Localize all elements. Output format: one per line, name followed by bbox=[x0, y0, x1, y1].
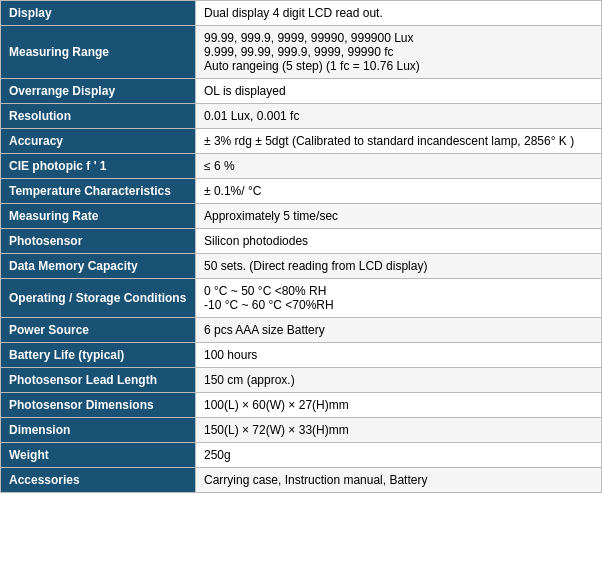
spec-value-1: 99.99, 999.9, 9999, 99990, 999900 Lux9.9… bbox=[196, 26, 602, 79]
spec-label-15: Dimension bbox=[1, 418, 196, 443]
spec-label-14: Photosensor Dimensions bbox=[1, 393, 196, 418]
spec-label-4: Accuracy bbox=[1, 129, 196, 154]
spec-value-10: 0 °C ~ 50 °C <80% RH-10 °C ~ 60 °C <70%R… bbox=[196, 279, 602, 318]
spec-value-12: 100 hours bbox=[196, 343, 602, 368]
spec-value-6: ± 0.1%/ °C bbox=[196, 179, 602, 204]
spec-label-3: Resolution bbox=[1, 104, 196, 129]
spec-value-3: 0.01 Lux, 0.001 fc bbox=[196, 104, 602, 129]
spec-label-7: Measuring Rate bbox=[1, 204, 196, 229]
spec-value-2: OL is displayed bbox=[196, 79, 602, 104]
spec-label-8: Photosensor bbox=[1, 229, 196, 254]
spec-value-16: 250g bbox=[196, 443, 602, 468]
spec-value-17: Carrying case, Instruction manual, Batte… bbox=[196, 468, 602, 493]
spec-value-11: 6 pcs AAA size Battery bbox=[196, 318, 602, 343]
spec-value-8: Silicon photodiodes bbox=[196, 229, 602, 254]
spec-value-5: ≤ 6 % bbox=[196, 154, 602, 179]
spec-label-16: Weight bbox=[1, 443, 196, 468]
spec-label-13: Photosensor Lead Length bbox=[1, 368, 196, 393]
spec-value-7: Approximately 5 time/sec bbox=[196, 204, 602, 229]
spec-value-15: 150(L) × 72(W) × 33(H)mm bbox=[196, 418, 602, 443]
spec-label-10: Operating / Storage Conditions bbox=[1, 279, 196, 318]
spec-value-4: ± 3% rdg ± 5dgt (Calibrated to standard … bbox=[196, 129, 602, 154]
spec-value-9: 50 sets. (Direct reading from LCD displa… bbox=[196, 254, 602, 279]
spec-label-0: Display bbox=[1, 1, 196, 26]
spec-label-1: Measuring Range bbox=[1, 26, 196, 79]
spec-value-0: Dual display 4 digit LCD read out. bbox=[196, 1, 602, 26]
spec-label-5: CIE photopic f ' 1 bbox=[1, 154, 196, 179]
specs-table: DisplayDual display 4 digit LCD read out… bbox=[0, 0, 602, 493]
spec-label-9: Data Memory Capacity bbox=[1, 254, 196, 279]
spec-label-2: Overrange Display bbox=[1, 79, 196, 104]
spec-label-12: Battery Life (typical) bbox=[1, 343, 196, 368]
spec-value-13: 150 cm (approx.) bbox=[196, 368, 602, 393]
spec-label-17: Accessories bbox=[1, 468, 196, 493]
spec-label-6: Temperature Characteristics bbox=[1, 179, 196, 204]
spec-label-11: Power Source bbox=[1, 318, 196, 343]
spec-value-14: 100(L) × 60(W) × 27(H)mm bbox=[196, 393, 602, 418]
